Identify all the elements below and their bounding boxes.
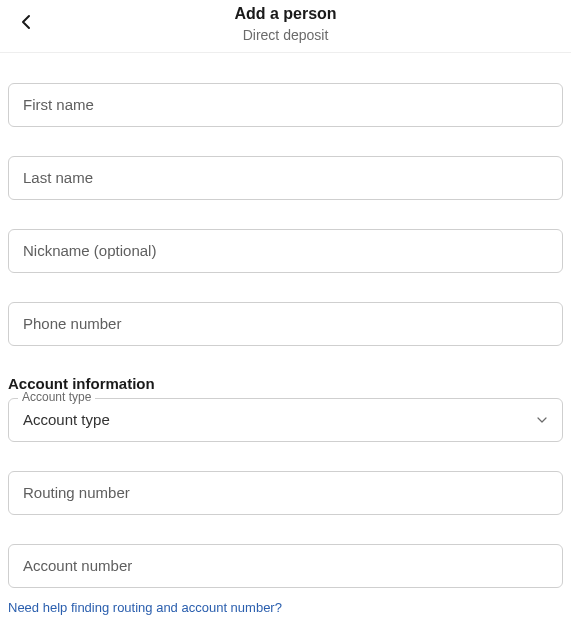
- help-link[interactable]: Need help finding routing and account nu…: [8, 600, 282, 615]
- routing-number-input[interactable]: [8, 471, 563, 515]
- last-name-input[interactable]: [8, 156, 563, 200]
- account-type-label: Account type: [18, 390, 95, 404]
- account-type-value: Account type: [23, 411, 110, 428]
- page-subtitle: Direct deposit: [0, 26, 571, 44]
- form-content: Account information Account type Account…: [0, 53, 571, 616]
- phone-input[interactable]: [8, 302, 563, 346]
- account-number-input[interactable]: [8, 544, 563, 588]
- page-title: Add a person: [0, 4, 571, 25]
- nickname-input[interactable]: [8, 229, 563, 273]
- first-name-input[interactable]: [8, 83, 563, 127]
- chevron-left-icon: [21, 14, 31, 30]
- back-button[interactable]: [16, 12, 36, 32]
- chevron-down-icon: [536, 414, 548, 426]
- account-type-wrapper: Account type Account type: [8, 398, 563, 442]
- page-header: Add a person Direct deposit: [0, 0, 571, 53]
- account-type-select[interactable]: Account type: [8, 398, 563, 442]
